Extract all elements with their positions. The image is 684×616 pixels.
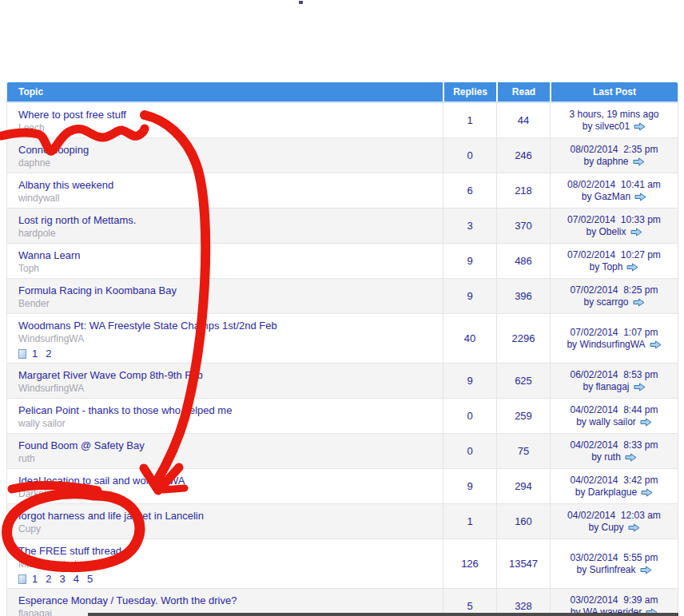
- goto-last-post-icon[interactable]: [641, 488, 653, 497]
- read-cell: 75: [496, 434, 550, 468]
- goto-last-post-icon[interactable]: [628, 523, 640, 532]
- page-link[interactable]: 4: [74, 573, 79, 585]
- goto-last-post-icon[interactable]: [640, 418, 652, 427]
- topic-author: hardpole: [18, 228, 438, 240]
- topic-author: Bender: [18, 298, 438, 310]
- replies-cell: 0: [443, 434, 496, 468]
- topic-title-link[interactable]: Formula Racing in Koombana Bay: [18, 284, 177, 297]
- last-post-user-link[interactable]: by Toph: [590, 261, 623, 273]
- topic-title-link[interactable]: Where to post free stuff: [18, 109, 126, 121]
- topic-cell: Ideal location to sail and work in WADar…: [7, 469, 443, 503]
- column-header-replies[interactable]: Replies: [444, 82, 496, 101]
- last-post-user-link[interactable]: by ruth: [591, 451, 621, 463]
- replies-cell: 9: [443, 279, 496, 313]
- goto-last-post-icon[interactable]: [633, 157, 645, 166]
- page-link[interactable]: 5: [87, 573, 93, 585]
- last-post-user-link[interactable]: by scarrgo: [583, 296, 628, 308]
- topic-author: Cupy: [18, 523, 438, 535]
- goto-last-post-icon[interactable]: [634, 383, 646, 391]
- goto-last-post-icon[interactable]: [634, 122, 646, 131]
- column-header-topic[interactable]: Topic: [7, 82, 443, 101]
- topic-title-link[interactable]: Connor looping: [18, 144, 89, 157]
- last-post-user-link[interactable]: by GazMan: [582, 191, 630, 203]
- lastpost-cell: 04/02/2014 12:03 amby Cupy: [550, 504, 678, 539]
- read-cell: 160: [496, 504, 550, 539]
- topic-title-link[interactable]: Woodmans Pt: WA Freestyle State Champs 1…: [18, 320, 277, 332]
- last-post-date: 06/02/2014 8:53 pm: [570, 369, 658, 381]
- goto-last-post-icon[interactable]: [650, 340, 662, 349]
- last-post-date: 04/02/2014 12:03 am: [567, 510, 661, 522]
- table-row: Pelican Point - thanks to those who help…: [7, 399, 678, 434]
- pagination: 12345: [18, 573, 438, 585]
- lastpost-cell: 04/02/2014 8:44 pmby wally sailor: [550, 399, 678, 433]
- last-post-byline: by GazMan: [582, 191, 646, 203]
- last-post-user-link[interactable]: by Surfinfreak: [576, 564, 635, 576]
- last-post-date: 04/02/2014 3:42 pm: [570, 475, 658, 487]
- last-post-byline: by WindsurfingWA: [567, 339, 661, 351]
- replies-cell: 5: [443, 589, 496, 616]
- topic-title-link[interactable]: Ideal location to sail and work in WA: [18, 475, 185, 487]
- last-post-user-link[interactable]: by daphne: [583, 156, 628, 168]
- last-post-date: 03/02/2014 9:39 am: [570, 594, 658, 606]
- topic-title-link[interactable]: Albany this weekend: [18, 179, 113, 192]
- read-cell: 44: [496, 103, 550, 137]
- replies-cell: 126: [443, 539, 496, 588]
- goto-last-post-icon[interactable]: [630, 228, 642, 236]
- replies-cell: 9: [443, 364, 496, 398]
- goto-last-post-icon[interactable]: [633, 298, 645, 307]
- last-post-user-link[interactable]: by silvec01: [583, 121, 630, 133]
- last-post-date: 07/02/2014 8:25 pm: [570, 284, 658, 296]
- last-post-date: 04/02/2014 8:44 pm: [570, 404, 658, 416]
- replies-cell: 40: [443, 314, 496, 363]
- read-cell: 2296: [496, 314, 550, 363]
- topic-cell: Pelican Point - thanks to those who help…: [7, 399, 443, 433]
- last-post-date: 04/02/2014 8:33 pm: [570, 439, 658, 451]
- lastpost-cell: 3 hours, 19 mins agoby silvec01: [550, 103, 678, 137]
- last-post-date: 07/02/2014 10:27 pm: [567, 249, 661, 261]
- page-link[interactable]: 2: [46, 348, 51, 360]
- topic-cell: Margaret River Wave Comp 8th-9th FebWind…: [7, 364, 443, 398]
- topic-title-link[interactable]: Found Boom @ Safety Bay: [18, 439, 145, 452]
- last-post-date: 08/02/2014 10:41 am: [567, 179, 661, 191]
- table-row: Found Boom @ Safety Bayruth07504/02/2014…: [7, 434, 678, 469]
- topic-title-link[interactable]: Lost rig north of Mettams.: [18, 214, 136, 227]
- last-post-user-link[interactable]: by WindsurfingWA: [567, 339, 645, 351]
- topic-title-link[interactable]: Wanna Learn: [18, 249, 81, 262]
- page-link[interactable]: 3: [59, 573, 65, 585]
- topic-title-link[interactable]: forgot harness and life jacket in Lancel…: [18, 510, 204, 523]
- read-cell: 396: [496, 279, 550, 313]
- topic-author: daphne: [18, 157, 438, 169]
- read-cell: 328: [496, 589, 550, 616]
- goto-last-post-icon[interactable]: [626, 263, 638, 272]
- topic-title-link[interactable]: Pelican Point - thanks to those who help…: [18, 404, 232, 417]
- topic-title-link[interactable]: The FREE stuff thread: [18, 545, 121, 558]
- read-cell: 13547: [496, 539, 550, 588]
- goto-last-post-icon[interactable]: [634, 193, 646, 201]
- forum-topic-list-page: Topic Replies Read Last Post Where to po…: [0, 0, 684, 616]
- goto-last-post-icon[interactable]: [625, 453, 637, 462]
- last-post-date: 3 hours, 19 mins ago: [569, 109, 658, 121]
- read-cell: 246: [496, 138, 550, 173]
- last-post-user-link[interactable]: by Cupy: [588, 522, 623, 534]
- topic-cell: The FREE stuff threadMark _australia1234…: [7, 539, 443, 588]
- topic-cell: Formula Racing in Koombana BayBender: [7, 279, 443, 313]
- page-link[interactable]: 2: [46, 573, 51, 585]
- page-link[interactable]: 1: [32, 348, 38, 360]
- last-post-user-link[interactable]: by Obelix: [586, 226, 626, 238]
- column-header-lastpost[interactable]: Last Post: [551, 82, 678, 101]
- column-header-read[interactable]: Read: [498, 82, 550, 101]
- lastpost-cell: 07/02/2014 1:07 pmby WindsurfingWA: [550, 314, 678, 363]
- goto-last-post-icon[interactable]: [640, 566, 652, 574]
- read-cell: 259: [496, 399, 550, 433]
- last-post-user-link[interactable]: by flanagaj: [583, 381, 629, 393]
- topic-title-link[interactable]: Esperance Monday / Tuesday. Worth the dr…: [18, 594, 237, 607]
- table-row: Wanna LearnToph948607/02/2014 10:27 pmby…: [7, 244, 678, 279]
- last-post-user-link[interactable]: by Darkplague: [575, 487, 637, 499]
- topic-author: Toph: [18, 263, 438, 275]
- lastpost-cell: 07/02/2014 10:33 pmby Obelix: [550, 209, 678, 243]
- topic-author: wally sailor: [18, 418, 438, 430]
- last-post-user-link[interactable]: by wally sailor: [576, 416, 636, 428]
- topic-title-link[interactable]: Margaret River Wave Comp 8th-9th Feb: [18, 369, 203, 382]
- page-link[interactable]: 1: [32, 573, 38, 585]
- table-body: Where to post free stuffLeech1443 hours,…: [7, 103, 678, 616]
